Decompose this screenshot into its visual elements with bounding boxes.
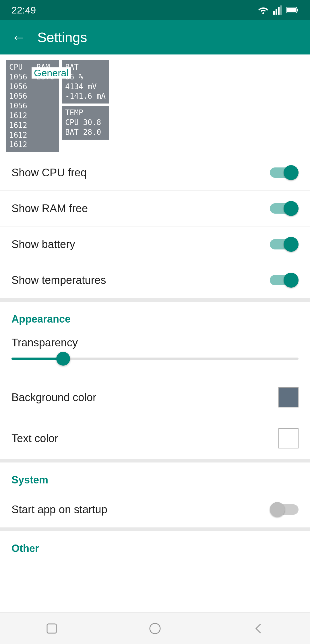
startup-item: Start app on startup (0, 492, 310, 528)
other-label: Other (11, 542, 39, 554)
background-color-swatch[interactable] (278, 387, 299, 407)
show-ram-free-item: Show RAM free (0, 191, 310, 227)
battery-icon (286, 7, 299, 13)
svg-rect-2 (276, 9, 277, 15)
svg-rect-4 (280, 5, 282, 15)
svg-point-0 (262, 12, 264, 14)
svg-rect-3 (278, 7, 280, 15)
other-section-header: Other (0, 531, 310, 560)
startup-label: Start app on startup (11, 504, 107, 516)
toggle-thumb (284, 201, 299, 216)
section-divider-3 (0, 528, 310, 531)
bat-percent: 86 % (65, 72, 106, 82)
signal-icon (273, 5, 282, 15)
show-temperatures-item: Show temperatures (0, 262, 310, 298)
svg-rect-1 (273, 11, 275, 15)
bat-current: -141.6 mA (65, 91, 106, 101)
status-icons (258, 5, 299, 15)
system-label: System (11, 474, 48, 486)
temp-widget-box: TEMP CPU 30.8 BAT 28.0 (62, 106, 109, 139)
show-cpu-freq-toggle[interactable] (270, 165, 299, 180)
temp-cpu: CPU 30.8 (65, 118, 106, 128)
show-battery-toggle[interactable] (270, 237, 299, 252)
temp-label: TEMP (65, 108, 106, 118)
bat-label: BAT (65, 63, 106, 72)
temp-bat: BAT 28.0 (65, 128, 106, 137)
bat-widget-box: BAT 86 % 4134 mV -141.6 mA (62, 60, 109, 104)
cpu-val-4: 1056 (9, 101, 30, 111)
page-title: Settings (37, 30, 87, 45)
cpu-val-8: 1612 (9, 140, 30, 150)
system-section-header: System (0, 462, 310, 492)
nav-recents-button[interactable] (44, 621, 59, 636)
slider-fill (11, 358, 63, 360)
background-color-label: Background color (11, 391, 96, 404)
status-time: 22:49 (11, 5, 36, 16)
show-ram-free-label: Show RAM free (11, 202, 88, 215)
toggle-thumb (284, 237, 299, 252)
bat-voltage: 4134 mV (65, 82, 106, 92)
show-cpu-freq-label: Show CPU freq (11, 167, 87, 179)
cpu-label: CPU (9, 63, 30, 72)
svg-point-9 (150, 623, 160, 634)
section-divider-2 (0, 459, 310, 462)
text-color-swatch[interactable] (278, 428, 299, 448)
cpu-val-5: 1612 (9, 111, 30, 121)
cpu-val-3: 1056 (9, 91, 30, 101)
show-temperatures-toggle[interactable] (270, 273, 299, 288)
cpu-val-7: 1612 (9, 130, 30, 140)
bottom-nav (0, 612, 310, 644)
svg-rect-7 (287, 8, 296, 12)
appearance-section-header: Appearance (0, 302, 310, 331)
system-section: System Start app on startup (0, 462, 310, 528)
widget-preview: CPU 1056 1056 1056 1056 1612 1612 1612 1… (0, 54, 310, 155)
toggle-thumb (284, 273, 299, 288)
show-battery-item: Show battery (0, 227, 310, 262)
nav-home-button[interactable] (148, 621, 162, 636)
show-temperatures-label: Show temperatures (11, 274, 106, 286)
toggle-thumb (284, 165, 299, 180)
transparency-slider-track (11, 358, 299, 360)
back-button[interactable]: ← (11, 29, 26, 46)
show-cpu-freq-item: Show CPU freq (0, 155, 310, 191)
transparency-slider-thumb[interactable] (56, 352, 70, 366)
general-section-label: General (32, 67, 71, 79)
startup-toggle[interactable] (270, 502, 299, 517)
cpu-val-6: 1612 (9, 121, 30, 130)
appearance-label: Appearance (11, 313, 71, 325)
wifi-icon (258, 6, 269, 14)
cpu-widget-box: CPU 1056 1056 1056 1056 1612 1612 1612 1… (6, 60, 33, 152)
show-ram-free-toggle[interactable] (270, 201, 299, 216)
general-settings-section: Show CPU freq Show RAM free Show battery… (0, 155, 310, 298)
cpu-val-2: 1056 (9, 82, 30, 92)
svg-rect-6 (297, 9, 298, 11)
appearance-section: Appearance Transparency Background color… (0, 302, 310, 459)
section-divider-1 (0, 298, 310, 302)
text-color-item: Text color (0, 418, 310, 459)
text-color-label: Text color (11, 432, 58, 445)
status-bar: 22:49 (0, 0, 310, 20)
background-color-item: Background color (0, 377, 310, 418)
app-bar: ← Settings (0, 20, 310, 54)
show-battery-label: Show battery (11, 238, 75, 251)
toggle-thumb (270, 502, 285, 517)
svg-rect-8 (47, 624, 56, 633)
transparency-label: Transparency (11, 337, 299, 349)
transparency-container: Transparency (0, 331, 310, 377)
nav-back-button[interactable] (251, 621, 266, 636)
cpu-val-1: 1056 (9, 72, 30, 82)
